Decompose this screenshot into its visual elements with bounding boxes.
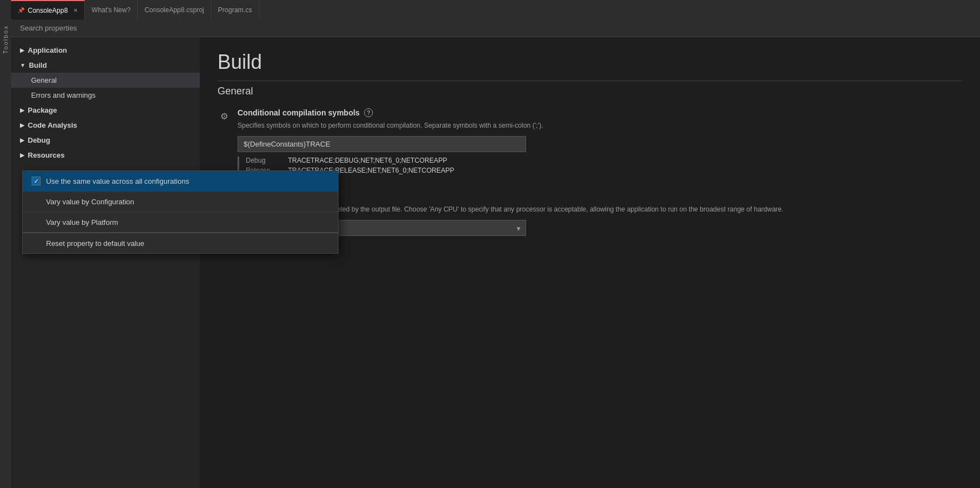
section-title: General — [218, 85, 962, 97]
context-menu: ✓ Use the same value across all configur… — [22, 170, 339, 254]
tab-consoleapp8[interactable]: 📌 ConsoleApp8 ✕ — [11, 0, 85, 19]
sidebar-item-label: Resources — [28, 151, 64, 159]
property-description: Specifies symbols on which to perform co… — [238, 120, 962, 130]
chevron-right-icon: ▶ — [20, 107, 24, 113]
tab-label: What's New? — [92, 6, 130, 14]
chevron-right-icon: ▶ — [20, 137, 24, 143]
empty-check — [32, 218, 41, 227]
config-value: TRACETRACE;DEBUG;NET;NET6_0;NETCOREAPP — [288, 157, 447, 164]
sidebar-item-errors[interactable]: Errors and warnings — [11, 88, 200, 103]
sidebar-item-label: Debug — [28, 136, 50, 144]
tab-label: ConsoleApp8.csproj — [144, 6, 204, 14]
empty-check — [32, 197, 41, 206]
conditional-compilation-input[interactable] — [238, 136, 526, 152]
dropdown-item-label: Vary value by Configuration — [46, 198, 134, 206]
sidebar-item-label: Build — [29, 61, 47, 69]
tab-csproj[interactable]: ConsoleApp8.csproj — [138, 0, 211, 19]
right-content-panel: Build General ⚙ Conditional compilation … — [200, 37, 980, 488]
dropdown-item-reset[interactable]: Reset property to default value — [23, 233, 338, 253]
property-description: Specifies the processor to be targeted b… — [238, 204, 962, 214]
sidebar-item-codeanalysis[interactable]: ▶ Code Analysis — [11, 118, 200, 133]
sidebar-item-general[interactable]: General — [11, 73, 200, 88]
sidebar-item-package[interactable]: ▶ Package — [11, 103, 200, 118]
chevron-right-icon: ▶ — [20, 152, 24, 158]
chevron-right-icon: ▶ — [20, 122, 24, 128]
config-row-debug: Debug TRACETRACE;DEBUG;NET;NET6_0;NETCOR… — [246, 157, 962, 164]
dropdown-item-vary-platform[interactable]: Vary value by Platform — [23, 212, 338, 233]
pin-icon: 📌 — [18, 7, 24, 13]
help-icon[interactable]: ? — [364, 108, 373, 117]
dropdown-item-label: Use the same value across all configurat… — [46, 177, 189, 185]
config-row-release: Release TRACETRACE;RELEASE;NET;NET6_0;NE… — [246, 167, 962, 174]
check-icon: ✓ — [32, 177, 41, 185]
dropdown-item-same-value[interactable]: ✓ Use the same value across all configur… — [23, 171, 338, 192]
tab-label: ConsoleApp8 — [28, 7, 68, 14]
property-label: Platform target ? — [238, 192, 962, 201]
property-conditional-compilation: ⚙ Conditional compilation symbols ? Spec… — [218, 108, 962, 177]
search-input[interactable] — [20, 24, 971, 32]
property-label: Conditional compilation symbols ? — [238, 108, 962, 117]
page-title: Build — [218, 51, 962, 81]
empty-check — [32, 239, 41, 248]
sidebar-item-label: Application — [28, 46, 67, 54]
tab-whatsnew[interactable]: What's New? — [85, 0, 138, 19]
sidebar-item-label: Package — [28, 106, 57, 114]
tab-label: Program.cs — [218, 6, 252, 14]
toolbox-label: Toolbox — [2, 25, 9, 54]
sidebar-item-build[interactable]: ▼ Build — [11, 58, 200, 73]
gear-icon: ⚙ — [218, 109, 231, 123]
dropdown-item-vary-config[interactable]: Vary value by Configuration — [23, 192, 338, 212]
chevron-down-icon: ▼ — [20, 62, 26, 68]
sidebar-item-debug[interactable]: ▶ Debug — [11, 133, 200, 148]
sidebar-item-label: General — [31, 76, 57, 84]
dropdown-item-label: Vary value by Platform — [46, 218, 118, 227]
sidebar-item-label: Errors and warnings — [31, 91, 95, 99]
dropdown-item-label: Reset property to default value — [46, 239, 144, 248]
sidebar-item-resources[interactable]: ▶ Resources — [11, 148, 200, 163]
chevron-right-icon: ▶ — [20, 47, 24, 53]
config-values: Debug TRACETRACE;DEBUG;NET;NET6_0;NETCOR… — [238, 157, 962, 174]
sidebar-item-label: Code Analysis — [28, 121, 77, 129]
config-label: Debug — [246, 157, 279, 164]
close-icon[interactable]: ✕ — [73, 7, 78, 13]
sidebar-item-application[interactable]: ▶ Application — [11, 43, 200, 58]
tab-program[interactable]: Program.cs — [211, 0, 259, 19]
